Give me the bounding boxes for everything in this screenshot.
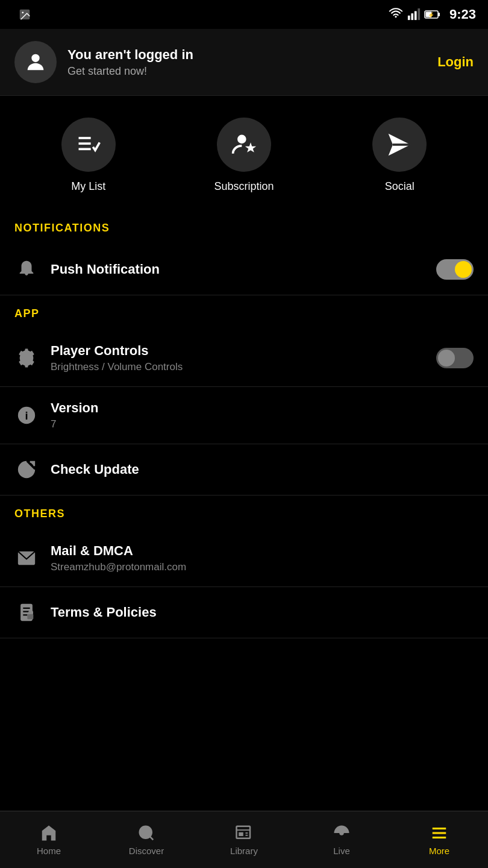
login-button[interactable]: Login [437,54,474,70]
mail-icon [14,546,39,570]
check-update-row[interactable]: Check Update [0,444,488,495]
avatar [14,41,57,83]
svg-line-28 [150,836,153,839]
not-logged-in-text: You aren't logged in [67,47,193,63]
player-controls-subtitle: Brightness / Volume Controls [51,361,424,373]
svg-rect-2 [408,16,410,20]
nav-discover-label: Discover [129,846,164,856]
refresh-svg [16,459,37,480]
social-label: Social [385,180,414,193]
svg-marker-15 [245,142,256,153]
others-title: OTHERS [0,495,488,530]
status-time: 9:23 [449,7,476,22]
send-icon [386,131,413,158]
quick-item-social[interactable]: Social [372,118,427,193]
others-section: OTHERS Mail & DMCA Streamzhub@protonmail… [0,495,488,638]
subscription-icon-bg [217,118,271,172]
info-icon: i [14,403,39,427]
svg-text:i: i [25,409,28,422]
bell-svg [16,259,37,280]
nav-library-label: Library [230,846,258,856]
push-notification-row[interactable]: Push Notification [0,244,488,295]
info-svg: i [16,405,37,426]
get-started-text: Get started now! [67,65,193,78]
svg-point-10 [31,54,39,62]
nav-library[interactable]: Library [195,824,293,856]
push-notification-toggle[interactable] [436,259,474,280]
svg-rect-26 [27,614,33,620]
app-section: APP Player Controls Brightness / Volume … [0,295,488,495]
list-check-icon [75,131,102,158]
terms-policies-title: Terms & Policies [51,605,474,620]
notifications-section: NOTIFICATIONS Push Notification [0,210,488,295]
svg-point-27 [140,826,152,838]
my-list-label: My List [71,180,105,193]
social-icon-bg [372,118,427,172]
svg-rect-3 [411,13,413,20]
header: You aren't logged in Get started now! Lo… [0,29,488,96]
discover-icon [137,824,155,842]
refresh-icon [14,458,39,482]
status-bar: ⚡ 9:23 [0,0,488,29]
document-icon [14,600,39,624]
person-icon [23,50,48,74]
player-controls-toggle[interactable] [436,348,474,368]
gear-icon [14,346,39,370]
check-update-title: Check Update [51,462,474,477]
library-icon [235,824,253,842]
nav-live[interactable]: Live [293,824,390,856]
version-number: 7 [51,418,474,430]
svg-rect-4 [414,11,417,20]
version-title: Version [51,400,474,416]
quick-item-my-list[interactable]: My List [61,118,116,193]
player-controls-title: Player Controls [51,343,424,359]
notifications-title: NOTIFICATIONS [0,210,488,244]
quick-item-subscription[interactable]: Subscription [214,118,274,193]
wifi-icon [388,8,404,21]
mail-svg [16,548,37,568]
nav-more-label: More [429,846,449,856]
mail-dmca-email: Streamzhub@protonmail.com [51,561,474,573]
subscription-label: Subscription [214,180,274,193]
live-icon [333,824,351,842]
bell-icon [14,257,39,281]
nav-home-label: Home [37,846,61,856]
battery-icon: ⚡ [424,8,441,21]
svg-point-1 [22,11,23,13]
player-controls-row[interactable]: Player Controls Brightness / Volume Cont… [0,330,488,387]
push-notification-title: Push Notification [51,262,424,277]
svg-text:⚡: ⚡ [428,11,435,19]
svg-rect-31 [239,832,243,835]
svg-rect-7 [438,13,440,16]
my-list-icon-bg [61,118,116,172]
status-icons: ⚡ 9:23 [388,7,476,22]
svg-rect-5 [418,8,420,20]
person-star-icon [231,131,257,158]
version-row: i Version 7 [0,387,488,444]
nav-home[interactable]: Home [0,824,98,856]
document-svg [16,602,37,623]
bottom-nav: Home Discover Library Live [0,811,488,868]
nav-live-label: Live [333,846,350,856]
mail-dmca-title: Mail & DMCA [51,543,474,559]
svg-point-14 [237,135,246,144]
mail-dmca-row[interactable]: Mail & DMCA Streamzhub@protonmail.com [0,530,488,587]
signal-icon [407,8,421,21]
home-icon [40,824,58,842]
image-icon [18,8,31,21]
terms-policies-row[interactable]: Terms & Policies [0,587,488,638]
nav-more[interactable]: More [390,824,488,856]
nav-discover[interactable]: Discover [98,824,195,856]
quick-access: My List Subscription Social [0,96,488,210]
gear-svg [16,348,37,368]
app-title: APP [0,295,488,330]
menu-icon [430,824,448,842]
